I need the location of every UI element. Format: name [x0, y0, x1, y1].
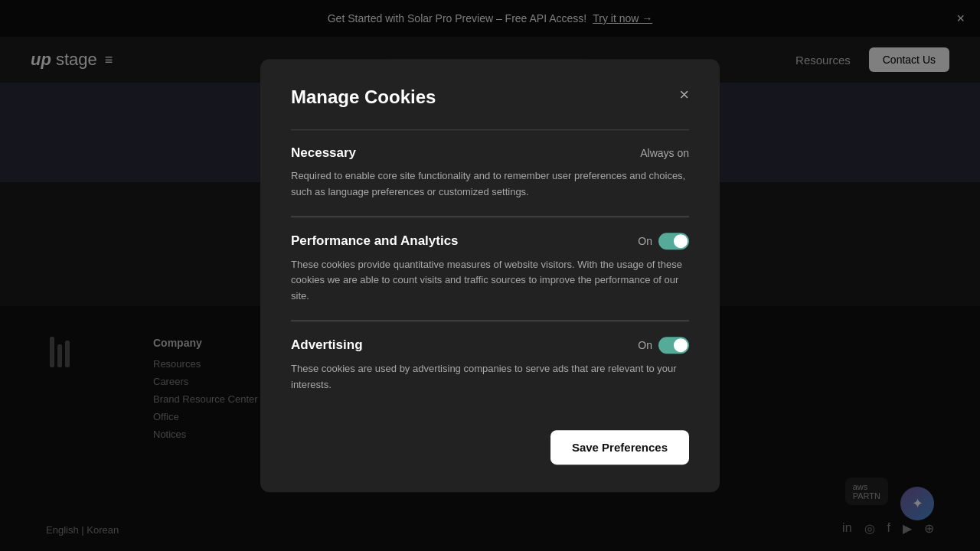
modal-header: Manage Cookies × — [291, 86, 689, 108]
advertising-toggle[interactable] — [658, 337, 689, 354]
advertising-row: Advertising On — [291, 337, 689, 354]
necessary-cookie-desc: Required to enable core site functionali… — [291, 168, 689, 201]
modal-footer: Save Preferences — [291, 430, 689, 465]
performance-row: Performance and Analytics On — [291, 233, 689, 249]
performance-cookie-section: Performance and Analytics On These cooki… — [291, 217, 689, 320]
cookie-modal: Manage Cookies × Necessary Always on Req… — [260, 59, 720, 492]
necessary-cookie-name: Necessary — [291, 145, 356, 161]
advertising-toggle-wrapper: On — [638, 337, 689, 354]
performance-toggle-label: On — [638, 235, 652, 247]
necessary-status-text: Always on — [640, 147, 689, 159]
advertising-cookie-section: Advertising On These cookies are used by… — [291, 321, 689, 409]
performance-toggle-wrapper: On — [638, 233, 689, 249]
performance-cookie-name: Performance and Analytics — [291, 233, 459, 249]
advertising-cookie-name: Advertising — [291, 337, 363, 353]
necessary-row: Necessary Always on — [291, 145, 689, 161]
performance-toggle[interactable] — [658, 233, 689, 249]
performance-cookie-desc: These cookies provide quantitative measu… — [291, 257, 689, 305]
modal-close-button[interactable]: × — [679, 86, 689, 103]
necessary-cookie-section: Necessary Always on Required to enable c… — [291, 129, 689, 216]
advertising-toggle-label: On — [638, 339, 652, 351]
advertising-cookie-desc: These cookies are used by advertising co… — [291, 361, 689, 393]
save-preferences-button[interactable]: Save Preferences — [550, 430, 689, 465]
modal-title: Manage Cookies — [291, 86, 436, 108]
